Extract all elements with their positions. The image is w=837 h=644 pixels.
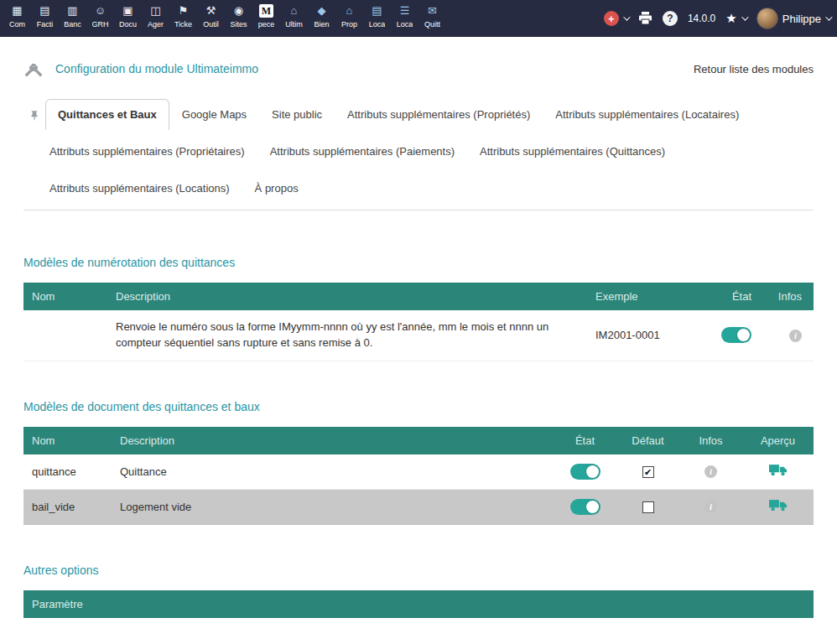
topmenu-label: Ultim [285,20,303,29]
template-name: quittance [23,454,112,490]
website-icon: ◉ [234,4,243,18]
bank-icon: ▥ [67,4,77,18]
table-row: quittance Quittance [23,454,814,490]
topmenu-item-biens[interactable]: ◆ Bien [308,0,335,37]
column-header-etat: État [554,427,616,454]
topmenu-label: Loca [369,20,386,29]
calendar-icon: ◫ [150,4,160,18]
user-avatar [756,8,778,29]
tab-attributs-paiements[interactable]: Attributs supplémentaires (Paiements) [257,136,467,167]
topmenu-item-facturation[interactable]: ▤ Facti [31,0,59,37]
m-module-icon: M [259,4,273,18]
template-description: Quittance [112,454,554,490]
enable-toggle[interactable] [570,464,600,480]
tab-attributs-locataires[interactable]: Attributs supplémentaires (Locataires) [543,99,751,130]
default-checkbox[interactable] [642,501,654,513]
column-header-infos: Infos [679,427,742,454]
topmenu-item-grh[interactable]: ☺ GRH [86,0,114,37]
tab-google-maps[interactable]: Google Maps [169,99,259,130]
column-header-nom: Nom [23,283,107,310]
tab-site-public[interactable]: Site public [259,99,335,130]
topmenu-label: Ager [148,20,164,29]
module-setup-icon [23,59,44,79]
topmenu-item-pece[interactable]: M pece [252,0,280,37]
topmenu-item-proprietaires[interactable]: ⌂ Prop [335,0,363,37]
preview-file-icon[interactable] [769,499,788,514]
enable-toggle[interactable] [721,327,751,343]
column-header-defaut: Défaut [616,427,679,454]
commerce-icon: ▦ [12,4,22,18]
invoice-icon: ▤ [39,4,49,18]
back-to-modules-link[interactable]: Retour liste des modules [694,63,814,75]
column-header-parametre: Paramètre [23,590,814,618]
column-header-infos: Infos [763,283,814,310]
topmenu-item-quittances[interactable]: ✉ Quitt [418,0,446,37]
preview-file-icon[interactable] [769,464,788,479]
page-header: Configuration du module Ultimateimmo Ret… [23,59,814,79]
print-button[interactable] [638,12,652,25]
column-header-etat: État [696,283,763,310]
info-icon[interactable] [789,330,802,342]
model-description: Renvoie le numéro sous la forme IMyymm-n… [107,310,587,361]
page-title: Configuration du module Ultimateimmo [55,62,258,75]
enable-toggle[interactable] [570,499,600,515]
topmenu-label: Facti [37,20,54,29]
table-header-row: Nom Description Exemple État Infos [23,283,814,310]
topbar-right-tools: + ? 14.0.0 ★ Philippe [604,0,830,37]
topmenu-label: Com [9,20,25,29]
table-header-row: Nom Description État Défaut Infos Aperçu [23,427,814,454]
column-header-description: Description [112,427,554,454]
tab-attributs-locations[interactable]: Attributs supplémentaires (Locations) [37,173,242,204]
default-checkbox[interactable] [642,466,654,478]
column-header-description: Description [107,283,587,310]
plus-icon: + [604,11,619,26]
topmenu-item-sites[interactable]: ◉ Sites [225,0,252,37]
bookmarks-menu[interactable]: ★ [725,11,746,26]
tab-attributs-proprietes[interactable]: Attributs supplémentaires (Propriétés) [335,99,543,130]
topmenu-item-tickets[interactable]: ⚑ Ticke [169,0,197,37]
tab-a-propos[interactable]: À propos [242,173,311,204]
column-header-exemple: Exemple [587,283,696,310]
tab-quittances-et-baux[interactable]: Quittances et Baux [45,99,169,130]
document-models-table: Nom Description État Défaut Infos Aperçu… [23,427,814,525]
top-menu-items: ▦ Com ▤ Facti ▥ Banc ☺ GRH ▣ Docu ◫ Ager… [3,0,446,37]
model-example: IM2001-0001 [587,310,696,361]
top-menu-bar: ▦ Com ▤ Facti ▥ Banc ☺ GRH ▣ Docu ◫ Ager… [0,0,837,37]
topmenu-item-ultimateimmo[interactable]: ⌂ Ultim [280,0,308,37]
tab-attributs-quittances[interactable]: Attributs supplémentaires (Quittances) [467,136,678,167]
table-header-row: Paramètre [23,590,814,618]
section-title-autres-options: Autres options [23,564,814,577]
tools-icon: ⚒ [206,4,216,18]
rental-icon: ☰ [400,4,410,18]
help-button[interactable]: ? [663,11,678,26]
chevron-down-icon [623,13,630,20]
documents-icon: ▣ [122,4,133,18]
quick-add-button[interactable]: + [604,11,628,26]
column-header-nom: Nom [23,427,112,454]
version-label: 14.0.0 [688,13,715,24]
hr-icon: ☺ [95,4,106,18]
topmenu-item-agenda[interactable]: ◫ Ager [142,0,169,37]
tab-attributs-proprietaires[interactable]: Attributs supplémentaires (Propriétaires… [37,136,257,167]
pin-tabs-icon[interactable] [23,110,45,130]
star-icon: ★ [725,11,736,26]
printer-icon [638,12,652,25]
column-header-apercu: Aperçu [742,427,814,454]
main-content: Configuration du module Ultimateimmo Ret… [0,59,837,618]
chevron-down-icon [825,13,832,20]
tenant-icon: ▤ [372,4,382,18]
topmenu-item-locations[interactable]: ☰ Loca [391,0,418,37]
topmenu-item-com[interactable]: ▦ Com [3,0,31,37]
topmenu-item-locataires[interactable]: ▤ Loca [363,0,391,37]
user-menu[interactable]: Philippe [756,8,830,29]
info-icon[interactable] [704,501,717,513]
owner-icon: ⌂ [346,4,353,18]
topmenu-item-outils[interactable]: ⚒ Outil [197,0,225,37]
tabs-divider [23,210,814,210]
model-name [23,310,107,361]
topmenu-label: Outil [203,20,219,29]
topmenu-label: Quitt [424,20,440,29]
topmenu-item-documents[interactable]: ▣ Docu [114,0,142,37]
topmenu-item-banques[interactable]: ▥ Banc [59,0,86,37]
info-icon[interactable] [704,465,717,478]
